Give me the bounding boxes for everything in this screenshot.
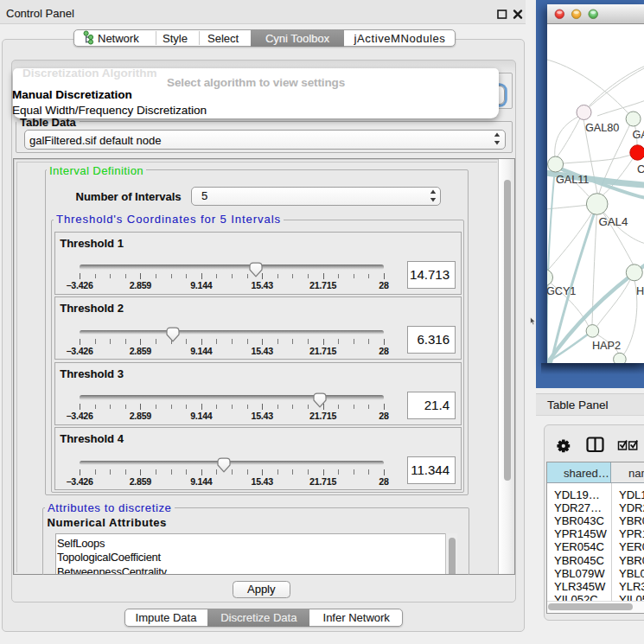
svg-text:GA: GA	[633, 129, 644, 141]
svg-text:GAL11: GAL11	[556, 174, 589, 186]
svg-text:GCY1: GCY1	[547, 285, 576, 297]
svg-text:GAL4: GAL4	[599, 215, 628, 228]
svg-text:HAP2: HAP2	[592, 340, 621, 352]
svg-text:C: C	[637, 163, 644, 175]
svg-text:H: H	[636, 285, 644, 297]
svg-text:GAL80: GAL80	[585, 122, 619, 134]
